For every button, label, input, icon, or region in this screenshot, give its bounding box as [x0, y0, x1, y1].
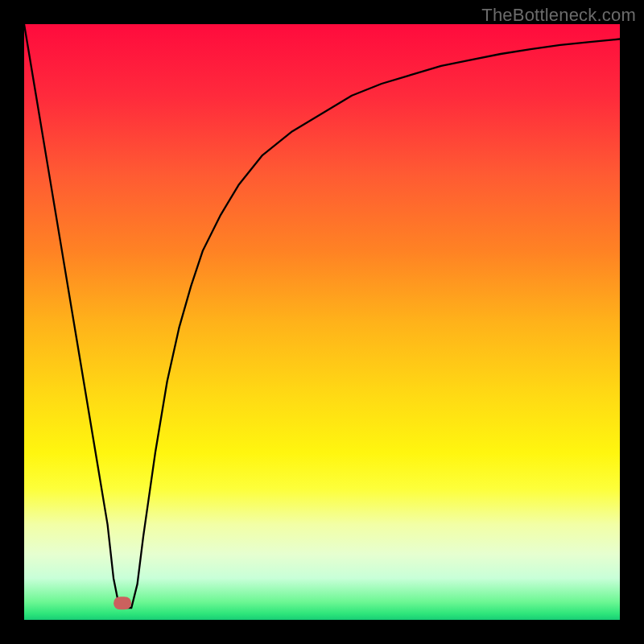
chart-frame: TheBottleneck.com: [0, 0, 644, 644]
bottleneck-chart-svg: [24, 24, 620, 620]
optimal-range-marker: [114, 597, 131, 609]
bottleneck-curve: [24, 24, 620, 608]
plot-area: [24, 24, 620, 620]
watermark-text: TheBottleneck.com: [481, 5, 636, 26]
